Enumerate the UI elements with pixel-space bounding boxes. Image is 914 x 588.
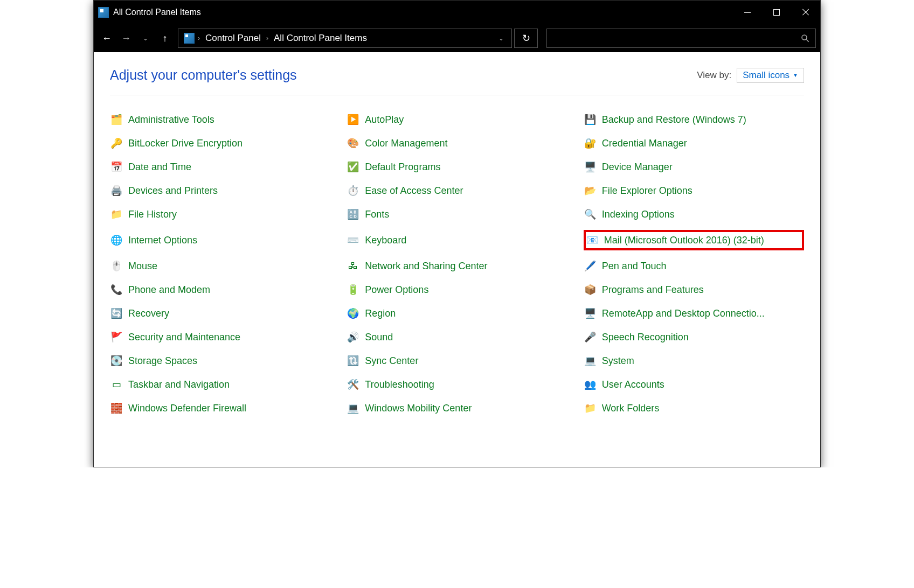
cp-item-fonts[interactable]: 🔠Fonts <box>347 206 567 222</box>
item-label: Sync Center <box>365 355 418 367</box>
window-title: All Control Panel Items <box>113 8 201 17</box>
item-icon: 🔊 <box>347 331 359 344</box>
control-panel-icon <box>98 7 109 18</box>
item-label: System <box>602 355 634 367</box>
address-bar[interactable]: › Control Panel › All Control Panel Item… <box>178 29 512 48</box>
minimize-button[interactable] <box>733 1 762 24</box>
cp-item-mail-microsoft-outlook-2016-32-bit[interactable]: 📧Mail (Microsoft Outlook 2016) (32-bit) <box>584 230 804 250</box>
back-button[interactable]: ← <box>98 30 115 47</box>
cp-item-color-management[interactable]: 🎨Color Management <box>347 135 567 151</box>
cp-item-autoplay[interactable]: ▶️AutoPlay <box>347 111 567 128</box>
item-label: Power Options <box>365 284 428 296</box>
cp-item-devices-and-printers[interactable]: 🖨️Devices and Printers <box>110 183 330 199</box>
item-label: Phone and Modem <box>128 284 210 296</box>
item-label: Color Management <box>365 138 447 149</box>
cp-item-device-manager[interactable]: 🖥️Device Manager <box>584 159 804 175</box>
item-icon: 🔠 <box>347 208 359 221</box>
page-heading: Adjust your computer's settings <box>110 67 297 83</box>
cp-item-windows-mobility-center[interactable]: 💻Windows Mobility Center <box>347 400 567 416</box>
breadcrumb: › Control Panel › All Control Panel Item… <box>198 33 367 44</box>
item-label: Device Manager <box>602 162 673 173</box>
item-icon: 🔄 <box>110 307 123 320</box>
item-label: Ease of Access Center <box>365 185 463 197</box>
maximize-button[interactable] <box>762 1 791 24</box>
cp-item-recovery[interactable]: 🔄Recovery <box>110 305 330 321</box>
cp-item-security-and-maintenance[interactable]: 🚩Security and Maintenance <box>110 329 330 345</box>
item-label: Sound <box>365 332 393 343</box>
maximize-icon <box>773 9 780 16</box>
search-box[interactable] <box>546 29 816 48</box>
item-icon: ✅ <box>347 160 359 173</box>
up-button[interactable]: ↑ <box>156 30 174 47</box>
item-icon: ⏱️ <box>347 184 359 197</box>
cp-item-taskbar-and-navigation[interactable]: ▭Taskbar and Navigation <box>110 376 330 393</box>
item-icon: 🖥️ <box>584 160 597 173</box>
item-icon: 📦 <box>584 283 597 296</box>
item-label: AutoPlay <box>365 114 404 125</box>
item-icon: 🔐 <box>584 137 597 150</box>
breadcrumb-current[interactable]: All Control Panel Items <box>274 33 367 44</box>
items-grid: 🗂️Administrative Tools🔑BitLocker Drive E… <box>110 111 804 416</box>
item-label: Network and Sharing Center <box>365 261 487 272</box>
breadcrumb-root[interactable]: Control Panel <box>205 33 261 44</box>
refresh-button[interactable]: ↻ <box>514 29 538 48</box>
item-label: Default Programs <box>365 162 440 173</box>
cp-item-administrative-tools[interactable]: 🗂️Administrative Tools <box>110 111 330 128</box>
cp-item-work-folders[interactable]: 📁Work Folders <box>584 400 804 416</box>
cp-item-sync-center[interactable]: 🔃Sync Center <box>347 353 567 369</box>
control-panel-window: All Control Panel Items ← → ⌄ ↑ › Contro… <box>93 0 821 467</box>
forward-button[interactable]: → <box>117 30 135 47</box>
item-icon: 🎨 <box>347 137 359 150</box>
cp-item-region[interactable]: 🌍Region <box>347 305 567 321</box>
titlebar[interactable]: All Control Panel Items <box>94 1 820 24</box>
item-label: Troubleshooting <box>365 379 434 390</box>
cp-item-ease-of-access-center[interactable]: ⏱️Ease of Access Center <box>347 183 567 199</box>
item-icon: ▭ <box>110 378 123 391</box>
cp-item-user-accounts[interactable]: 👥User Accounts <box>584 376 804 393</box>
item-label: Mail (Microsoft Outlook 2016) (32-bit) <box>604 235 764 246</box>
item-label: User Accounts <box>602 379 664 390</box>
recent-locations-button[interactable]: ⌄ <box>137 30 154 47</box>
cp-item-system[interactable]: 💻System <box>584 353 804 369</box>
cp-item-indexing-options[interactable]: 🔍Indexing Options <box>584 206 804 222</box>
cp-item-date-and-time[interactable]: 📅Date and Time <box>110 159 330 175</box>
cp-item-programs-and-features[interactable]: 📦Programs and Features <box>584 282 804 298</box>
close-icon <box>802 9 809 16</box>
cp-item-mouse[interactable]: 🖱️Mouse <box>110 258 330 274</box>
search-icon <box>800 33 810 43</box>
cp-item-power-options[interactable]: 🔋Power Options <box>347 282 567 298</box>
item-icon: 💻 <box>347 402 359 415</box>
svg-line-1 <box>806 39 809 42</box>
close-button[interactable] <box>791 1 820 24</box>
cp-item-phone-and-modem[interactable]: 📞Phone and Modem <box>110 282 330 298</box>
cp-item-network-and-sharing-center[interactable]: 🖧Network and Sharing Center <box>347 258 567 274</box>
item-icon: 📅 <box>110 160 123 173</box>
cp-item-default-programs[interactable]: ✅Default Programs <box>347 159 567 175</box>
cp-item-file-explorer-options[interactable]: 📂File Explorer Options <box>584 183 804 199</box>
cp-item-file-history[interactable]: 📁File History <box>110 206 330 222</box>
item-label: Windows Mobility Center <box>365 403 472 414</box>
item-icon: 📁 <box>110 208 123 221</box>
address-dropdown[interactable]: ⌄ <box>493 34 509 42</box>
viewby-dropdown[interactable]: Small icons ▼ <box>737 68 804 83</box>
item-label: Pen and Touch <box>602 261 667 272</box>
cp-item-backup-and-restore-windows-7[interactable]: 💾Backup and Restore (Windows 7) <box>584 111 804 128</box>
cp-item-internet-options[interactable]: 🌐Internet Options <box>110 230 330 250</box>
cp-item-remoteapp-and-desktop-connectio[interactable]: 🖥️RemoteApp and Desktop Connectio... <box>584 305 804 321</box>
cp-item-bitlocker-drive-encryption[interactable]: 🔑BitLocker Drive Encryption <box>110 135 330 151</box>
cp-item-credential-manager[interactable]: 🔐Credential Manager <box>584 135 804 151</box>
cp-item-storage-spaces[interactable]: 💽Storage Spaces <box>110 353 330 369</box>
cp-item-sound[interactable]: 🔊Sound <box>347 329 567 345</box>
item-label: Indexing Options <box>602 209 675 220</box>
cp-item-windows-defender-firewall[interactable]: 🧱Windows Defender Firewall <box>110 400 330 416</box>
cp-item-pen-and-touch[interactable]: 🖊️Pen and Touch <box>584 258 804 274</box>
cp-item-troubleshooting[interactable]: 🛠️Troubleshooting <box>347 376 567 393</box>
minimize-icon <box>744 12 751 13</box>
cp-item-speech-recognition[interactable]: 🎤Speech Recognition <box>584 329 804 345</box>
item-label: RemoteApp and Desktop Connectio... <box>602 308 765 319</box>
cp-item-keyboard[interactable]: ⌨️Keyboard <box>347 230 567 250</box>
item-icon: 🖨️ <box>110 184 123 197</box>
item-label: File Explorer Options <box>602 185 693 197</box>
item-icon: 📧 <box>586 234 599 247</box>
item-label: Date and Time <box>128 162 191 173</box>
